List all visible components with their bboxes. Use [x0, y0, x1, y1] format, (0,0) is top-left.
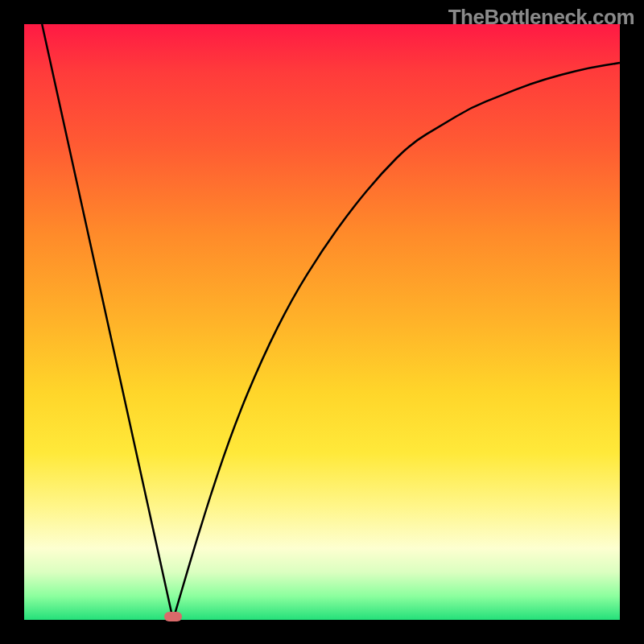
bottleneck-curve: [24, 24, 620, 620]
watermark-text: TheBottleneck.com: [448, 5, 634, 30]
plot-area: [24, 24, 620, 620]
chart-frame: TheBottleneck.com: [0, 0, 644, 644]
curve-path: [42, 24, 620, 620]
optimum-marker: [164, 612, 182, 621]
